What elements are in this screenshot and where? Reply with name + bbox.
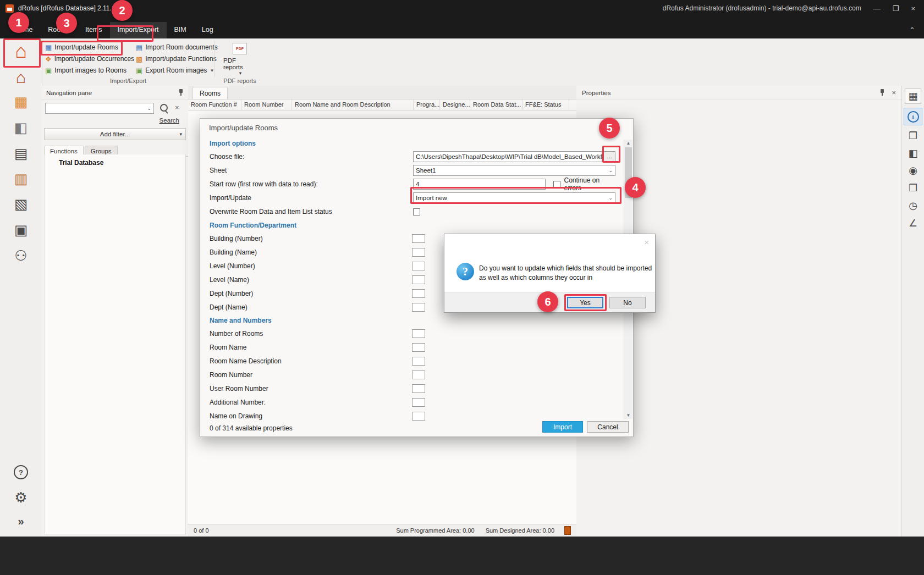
maximize-icon[interactable]: ❐	[893, 4, 899, 13]
sheet-value: Sheet1	[416, 167, 436, 174]
continue-on-errors-label: Continue on errors	[564, 176, 615, 192]
occurrences-module-button[interactable]: ◧	[0, 120, 42, 135]
items-icon: ▦	[14, 93, 28, 110]
pin-icon[interactable]	[178, 89, 184, 96]
section-name-numbers: Name and Numbers	[210, 317, 615, 325]
column-designed[interactable]: Designe...	[440, 99, 470, 110]
tab-items[interactable]: Items	[78, 22, 110, 38]
column-room-name[interactable]: Room Name and Room Description	[292, 99, 414, 110]
copy-panel-button[interactable]: ❐	[902, 130, 924, 142]
grid-view-button[interactable]: ▦	[905, 89, 921, 104]
scrollbar-thumb[interactable]	[625, 147, 632, 198]
field-custom-field-input[interactable]	[412, 425, 425, 426]
field-name-on-drawing-input[interactable]	[412, 412, 425, 421]
yes-button[interactable]: Yes	[567, 297, 603, 308]
documents-module-button[interactable]: ▤	[0, 146, 42, 161]
home-module-button[interactable]: ⌂	[0, 41, 42, 61]
files-panel-button[interactable]: ❐	[902, 182, 924, 194]
no-button[interactable]: No	[609, 297, 646, 308]
import-update-occurrences-button[interactable]: ❖ Import/update Occurrences	[43, 53, 136, 64]
info-panel-button[interactable]: i	[904, 108, 922, 125]
field-building-name-input[interactable]	[412, 248, 425, 257]
field-level-number-input[interactable]	[412, 262, 425, 270]
column-room-data-status[interactable]: Room Data Stat...	[470, 99, 522, 110]
search-icon[interactable]	[160, 104, 168, 112]
cancel-button[interactable]: Cancel	[587, 421, 629, 433]
pdf-reports-button[interactable]: PDF PDF reports ▾	[223, 41, 256, 76]
tree-root-item[interactable]: Trial Database	[59, 159, 185, 167]
files-icon: ❐	[909, 183, 917, 193]
import-button[interactable]: Import	[542, 421, 583, 433]
tab-log[interactable]: Log	[194, 22, 221, 38]
column-ffe-status[interactable]: FF&E: Status	[522, 99, 569, 110]
measure-panel-button[interactable]: ∠	[902, 217, 924, 229]
chevron-down-icon: ⌄	[147, 106, 151, 111]
logbook-module-button[interactable]: ▣	[0, 223, 42, 237]
add-filter-label: Add filter...	[100, 131, 130, 137]
column-programmed[interactable]: Progra...	[414, 99, 440, 110]
status-bar: 0 of 0 Sum Programmed Area: 0.00 Sum Des…	[188, 524, 576, 537]
history-icon: ◷	[909, 200, 917, 211]
tab-bim[interactable]: BIM	[167, 22, 194, 38]
import-update-dropdown[interactable]: Import new ⌄	[413, 192, 615, 203]
export-room-images-button[interactable]: ▣ Export Room images ▾	[134, 65, 220, 76]
scroll-up-icon[interactable]: ▲	[624, 141, 632, 146]
import-update-functions-button[interactable]: ▩ Import/update Functions	[134, 53, 220, 64]
pdf-reports-label: PDF reports	[223, 57, 256, 70]
import-update-rooms-label: Import/update Rooms	[54, 43, 118, 51]
overwrite-label: Overwrite Room Data and Item List status	[210, 208, 413, 215]
clear-search-icon[interactable]: ×	[175, 103, 179, 112]
start-row-input[interactable]: 4	[413, 179, 546, 190]
tab-rooms[interactable]: Rooms	[40, 22, 78, 38]
field-room-name-input[interactable]	[412, 343, 425, 352]
choose-file-label: Choose file:	[210, 153, 413, 161]
field-dept-number-input[interactable]	[412, 289, 425, 298]
choose-file-input[interactable]: C:\Users\DipeshThapa\Desktop\WIP\Trial d…	[413, 151, 602, 162]
contacts-icon: ⚇	[14, 247, 27, 264]
column-room-function[interactable]: Room Function #	[188, 99, 241, 110]
continue-on-errors-checkbox[interactable]	[553, 181, 560, 188]
close-icon[interactable]: ×	[911, 4, 915, 13]
history-panel-button[interactable]: ◷	[902, 200, 924, 212]
expand-rail-button[interactable]: »	[0, 516, 42, 527]
add-filter-button[interactable]: Add filter... ▾	[44, 128, 186, 140]
pin-icon[interactable]	[879, 89, 885, 96]
close-panel-icon[interactable]: ×	[892, 89, 896, 97]
browse-button[interactable]: ...	[603, 151, 615, 162]
tab-import-export[interactable]: Import/Export	[110, 22, 167, 38]
field-room-number-input[interactable]	[412, 371, 425, 379]
close-icon[interactable]: ×	[644, 237, 649, 247]
minimize-icon[interactable]: —	[873, 4, 881, 13]
field-user-room-number-input[interactable]	[412, 384, 425, 393]
help-button[interactable]: ?	[0, 465, 42, 479]
column-room-number[interactable]: Room Number	[241, 99, 292, 110]
settings-button[interactable]: ⚙	[0, 490, 42, 505]
reports-module-button[interactable]: ▧	[0, 197, 42, 211]
import-update-rooms-button[interactable]: ▦ Import/update Rooms	[43, 42, 136, 53]
import-images-button[interactable]: ▣ Import images to Rooms	[43, 65, 136, 76]
field-additional-number-input[interactable]	[412, 398, 425, 407]
dialog-title: Import/update Rooms	[200, 119, 633, 134]
scroll-down-icon[interactable]: ▼	[624, 413, 632, 418]
field-number-of-rooms-input[interactable]	[412, 329, 425, 338]
systems-module-button[interactable]: ▥	[0, 172, 42, 186]
field-dept-name-input[interactable]	[412, 303, 425, 312]
overwrite-checkbox[interactable]	[413, 208, 420, 215]
collapse-ribbon-icon[interactable]: ⌃	[909, 26, 915, 34]
rooms-module-button[interactable]: ⌂	[0, 69, 42, 86]
document-tab-rooms[interactable]: Rooms	[193, 87, 228, 99]
search-input[interactable]: ⌄	[45, 103, 154, 114]
model-panel-button[interactable]: ◧	[902, 147, 924, 159]
contacts-module-button[interactable]: ⚇	[0, 248, 42, 263]
items-module-button[interactable]: ▦	[0, 95, 42, 109]
field-building-number-input[interactable]	[412, 234, 425, 243]
field-level-name-input[interactable]	[412, 275, 425, 284]
field-room-name-description-input[interactable]	[412, 357, 425, 366]
tab-home[interactable]: Home	[7, 22, 40, 38]
chevron-down-icon: ▾	[179, 131, 182, 137]
pdf-icon: PDF	[233, 43, 247, 54]
import-room-documents-button[interactable]: ▤ Import Room documents	[134, 42, 220, 53]
sheet-dropdown[interactable]: Sheet1 ⌄	[413, 165, 615, 176]
search-link[interactable]: Search	[42, 117, 179, 124]
camera-panel-button[interactable]: ◉	[902, 164, 924, 176]
